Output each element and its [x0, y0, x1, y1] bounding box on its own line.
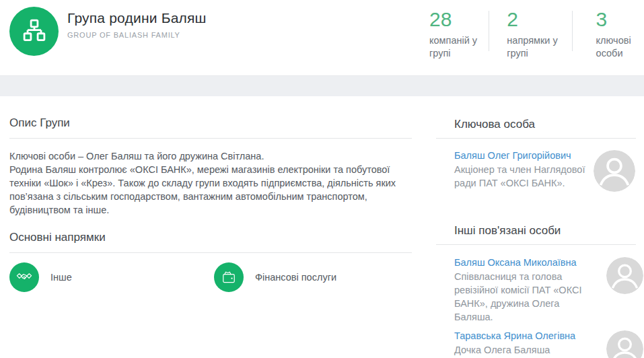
right-column: Ключова особа Баляш Олег Григорійович Ак…	[436, 96, 643, 358]
stat-directions-label: напрямки у групі	[507, 34, 569, 60]
section-divider	[436, 244, 636, 245]
related-person-link[interactable]: Таравська Ярина Олегівна	[454, 329, 575, 343]
related-person-row: Таравська Ярина Олегівна Дочка Олега Бал…	[454, 329, 643, 358]
stat-key-persons: 3 ключові особи	[573, 8, 644, 60]
description-line-1: Ключові особи – Олег Баляш та його дружи…	[9, 149, 412, 163]
stat-key-persons-label: ключові особи	[596, 34, 644, 60]
stat-directions: 2 напрямки у групі	[489, 8, 571, 60]
description-line-2: Родина Баляш контролює «ОКСІ БАНК», мере…	[9, 163, 412, 217]
group-logo	[9, 7, 59, 56]
group-stats: 28 компаній у групі 2 напрямки у групі 3…	[429, 8, 644, 60]
directions-list: Інше Фінансові послуги	[9, 262, 412, 292]
wallet-icon	[214, 262, 244, 292]
stat-key-persons-value: 3	[596, 8, 644, 31]
directions-heading: Основні напрямки	[9, 231, 412, 244]
key-person-row: Баляш Олег Григорійович Акціонер та член…	[454, 149, 643, 192]
related-person-row: Баляш Оксана Миколаївна Співвласниця та …	[454, 256, 643, 324]
stat-companies-value: 28	[429, 8, 489, 31]
section-divider	[436, 138, 636, 139]
section-divider	[9, 252, 412, 253]
section-divider	[9, 138, 412, 139]
direction-label: Інше	[50, 272, 72, 283]
group-header: Група родини Баляш GROUP OF BALIASH FAMI…	[0, 0, 644, 75]
person-placeholder-icon	[606, 257, 643, 294]
direction-item-other[interactable]: Інше	[9, 262, 214, 292]
related-person-description: Дочка Олега Баляша	[454, 343, 600, 357]
handshake-icon	[9, 262, 39, 292]
related-person-description: Співвласниця та голова ревізійної комісі…	[454, 270, 600, 324]
person-placeholder-icon	[606, 330, 643, 358]
stat-directions-value: 2	[507, 8, 571, 31]
person-placeholder-icon	[594, 150, 635, 192]
left-column: Опис Групи Ключові особи – Олег Баляш та…	[9, 96, 412, 292]
related-persons-heading: Інші пов'язані особи	[454, 224, 643, 238]
org-chart-icon	[20, 16, 48, 47]
description-heading: Опис Групи	[9, 116, 412, 130]
stat-companies: 28 компаній у групі	[429, 8, 489, 60]
page-title: Група родини Баляш	[67, 10, 207, 26]
direction-label: Фінансові послуги	[255, 272, 336, 283]
page-subtitle: GROUP OF BALIASH FAMILY	[67, 31, 207, 39]
direction-item-financial-services[interactable]: Фінансові послуги	[214, 262, 412, 292]
key-person-description: Акціонер та член Наглядової ради ПАТ «ОК…	[454, 163, 587, 190]
toolbar-band	[0, 75, 644, 96]
stat-companies-label: компаній у групі	[429, 34, 478, 60]
group-description: Ключові особи – Олег Баляш та його дружи…	[9, 149, 412, 217]
key-person-heading: Ключова особа	[454, 118, 643, 131]
related-person-link[interactable]: Баляш Оксана Миколаївна	[454, 256, 577, 269]
key-person-link[interactable]: Баляш Олег Григорійович	[454, 149, 571, 162]
